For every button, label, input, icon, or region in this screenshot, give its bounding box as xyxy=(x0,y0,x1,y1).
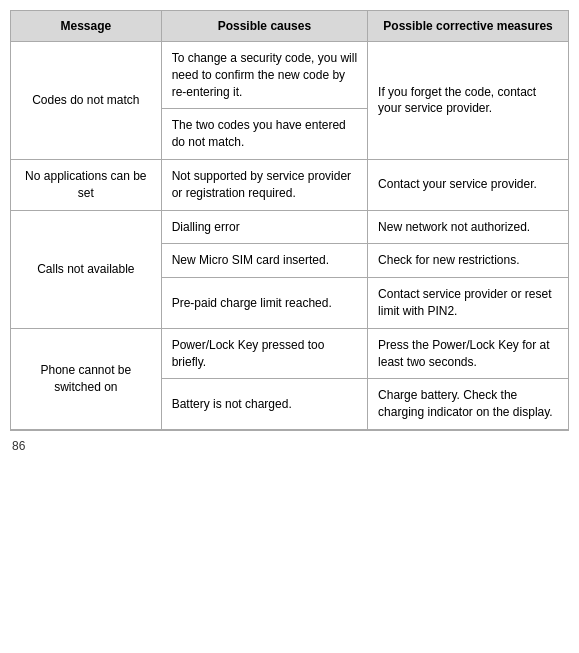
header-measures: Possible corrective measures xyxy=(368,11,569,42)
cause-cell-phone-2: Battery is not charged. xyxy=(161,379,367,430)
measure-cell-noapps: Contact your service provider. xyxy=(368,159,569,210)
measure-cell-phone-2: Charge battery. Check the charging indic… xyxy=(368,379,569,430)
message-cell-noapps: No applications can be set xyxy=(11,159,162,210)
cause-cell-codes-1: To change a security code, you will need… xyxy=(161,42,367,109)
table-header-row: Message Possible causes Possible correct… xyxy=(11,11,569,42)
table-row: No applications can be set Not supported… xyxy=(11,159,569,210)
page-number: 86 xyxy=(10,439,569,453)
header-causes: Possible causes xyxy=(161,11,367,42)
header-message: Message xyxy=(11,11,162,42)
cause-cell-calls-1: Dialling error xyxy=(161,210,367,244)
measure-cell-calls-3: Contact service provider or reset limit … xyxy=(368,278,569,329)
cause-cell-calls-3: Pre-paid charge limit reached. xyxy=(161,278,367,329)
table-row: Codes do not match To change a security … xyxy=(11,42,569,109)
cause-cell-calls-2: New Micro SIM card inserted. xyxy=(161,244,367,278)
measure-cell-codes: If you forget the code, contact your ser… xyxy=(368,42,569,160)
cause-cell-phone-1: Power/Lock Key pressed too briefly. xyxy=(161,328,367,379)
cause-cell-noapps: Not supported by service provider or reg… xyxy=(161,159,367,210)
message-cell-codes: Codes do not match xyxy=(11,42,162,160)
measure-cell-phone-1: Press the Power/Lock Key for at least tw… xyxy=(368,328,569,379)
message-cell-calls: Calls not available xyxy=(11,210,162,328)
measure-cell-calls-1: New network not authorized. xyxy=(368,210,569,244)
measure-cell-calls-2: Check for new restrictions. xyxy=(368,244,569,278)
troubleshooting-table: Message Possible causes Possible correct… xyxy=(10,10,569,430)
cause-cell-codes-2: The two codes you have entered do not ma… xyxy=(161,109,367,160)
page-divider xyxy=(10,430,569,431)
table-row: Phone cannot be switched on Power/Lock K… xyxy=(11,328,569,379)
page-wrapper: Message Possible causes Possible correct… xyxy=(0,0,579,473)
table-row: Calls not available Dialling error New n… xyxy=(11,210,569,244)
message-cell-phone: Phone cannot be switched on xyxy=(11,328,162,429)
